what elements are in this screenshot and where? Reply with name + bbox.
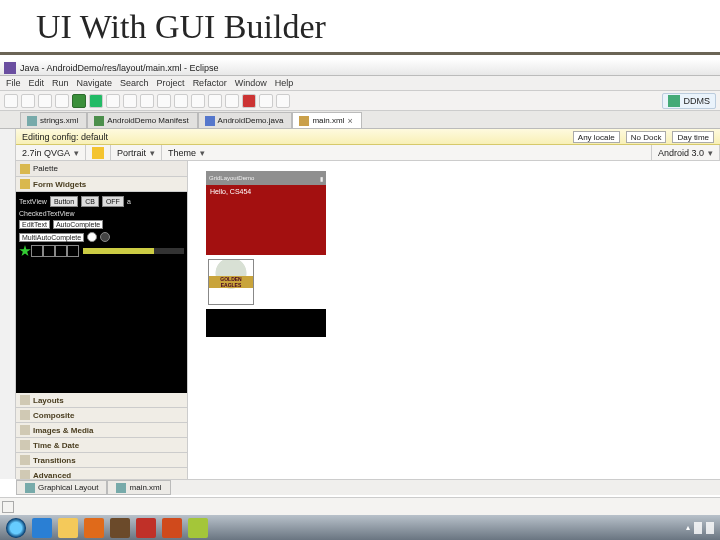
menu-file[interactable]: File [6,78,21,88]
autocomplete-widget[interactable]: AutoComplete [53,220,103,229]
api-dropdown[interactable]: Android 3.0 ▾ [652,145,720,160]
device-statusbar: GridLayoutDemo ▮ [206,171,326,185]
eclipse-statusbar [0,497,720,515]
tab-strings-xml[interactable]: strings.xml [20,112,87,128]
perspective-label: DDMS [684,96,711,106]
chevron-down-icon: ▾ [150,148,155,158]
shield-icon[interactable] [110,518,130,538]
logo-text: GOLDEN EAGLES [209,276,253,288]
device-dropdown[interactable]: 2.7in QVGA ▾ [16,145,86,160]
tab-source-xml[interactable]: main.xml [107,480,170,495]
tab-label: main.xml [312,116,344,125]
signal-icon: ▮ [320,175,323,182]
small-button-widget[interactable]: CB [81,196,99,207]
system-tray[interactable]: ▴ [686,522,714,534]
palette-title: Palette [33,164,58,173]
close-icon[interactable]: × [347,116,352,126]
debug-icon[interactable] [89,94,103,108]
checkedtextview-widget[interactable]: CheckedTextView [19,210,75,217]
android-sdk-icon[interactable] [259,94,273,108]
daytime-dropdown[interactable]: Day time [672,131,714,143]
orientation-dropdown[interactable]: Portrait ▾ [111,145,162,160]
save-icon[interactable] [21,94,35,108]
menubar: File Edit Run Navigate Search Project Re… [0,76,720,91]
menu-project[interactable]: Project [157,78,185,88]
ratingbar-widget[interactable] [19,245,184,257]
nav-back-icon[interactable] [208,94,222,108]
dock-dropdown[interactable]: No Dock [626,131,667,143]
menu-run[interactable]: Run [52,78,69,88]
device-preview[interactable]: GridLayoutDemo ▮ Hello, CS454 GOLDEN EAG… [206,171,326,337]
toolbar-left [4,94,290,108]
star-button[interactable] [86,145,111,160]
folder-open-icon [20,179,30,189]
start-button[interactable] [6,518,26,538]
button-widget[interactable]: Button [50,196,78,207]
run-icon[interactable] [72,94,86,108]
checkbox-widget[interactable]: a [127,198,131,205]
menu-window[interactable]: Window [235,78,267,88]
tray-network-icon[interactable] [706,522,714,534]
imageview[interactable]: GOLDEN EAGLES [206,255,326,309]
window-title: Java - AndroidDemo/res/layout/main.xml -… [20,63,219,73]
theme-label: Theme [168,148,196,158]
perspective-switcher[interactable]: DDMS [662,93,717,109]
drawer-layouts[interactable]: Layouts [16,393,187,408]
avd-icon[interactable] [276,94,290,108]
ie-icon[interactable] [32,518,52,538]
palette-icon [20,164,30,174]
powerpoint-icon[interactable] [162,518,182,538]
tab-manifest[interactable]: AndroidDemo Manifest [87,112,197,128]
tray-flag-icon[interactable] [694,522,702,534]
annotation-icon[interactable] [191,94,205,108]
tab-graphical-layout[interactable]: Graphical Layout [16,480,107,495]
toggle-widget[interactable]: OFF [102,196,124,207]
external-tools-icon[interactable] [106,94,120,108]
locale-dropdown[interactable]: Any locale [573,131,620,143]
app-name: GridLayoutDemo [209,175,254,181]
menu-edit[interactable]: Edit [29,78,45,88]
drawer-time-date[interactable]: Time & Date [16,438,187,453]
save-all-icon[interactable] [38,94,52,108]
layout-editor: Palette Form Widgets TextView Button CB … [16,161,720,483]
tray-up-icon[interactable]: ▴ [686,523,690,532]
menu-search[interactable]: Search [120,78,149,88]
menu-help[interactable]: Help [275,78,294,88]
edittext-widget[interactable]: EditText [19,220,50,229]
tab-java[interactable]: AndroidDemo.java [198,112,293,128]
manifest-icon [94,116,104,126]
tab-main-xml[interactable]: main.xml × [292,112,361,128]
stop-icon[interactable] [242,94,256,108]
radio-widget[interactable] [87,232,97,242]
textview-widget[interactable]: TextView [19,198,47,205]
drawer-form-widgets[interactable]: Form Widgets [16,177,187,192]
device-label: 2.7in QVGA [22,148,70,158]
folder-icon [20,440,30,450]
drawer-images-media[interactable]: Images & Media [16,423,187,438]
chevron-down-icon: ▾ [708,148,713,158]
android-icon[interactable] [188,518,208,538]
menu-refactor[interactable]: Refactor [193,78,227,88]
hello-textview[interactable]: Hello, CS454 [206,185,326,255]
theme-dropdown[interactable]: Theme ▾ [162,145,652,160]
layout-canvas[interactable]: GridLayoutDemo ▮ Hello, CS454 GOLDEN EAG… [188,161,720,483]
radio-widget[interactable] [100,232,110,242]
api-label: Android 3.0 [658,148,704,158]
editing-config-bar: Editing config: default Any locale No Do… [16,129,720,145]
drawer-transitions[interactable]: Transitions [16,453,187,468]
adobe-reader-icon[interactable] [136,518,156,538]
firefox-icon[interactable] [84,518,104,538]
new-package-icon[interactable] [123,94,137,108]
nav-fwd-icon[interactable] [225,94,239,108]
new-class-icon[interactable] [140,94,154,108]
drawer-composite[interactable]: Composite [16,408,187,423]
open-type-icon[interactable] [157,94,171,108]
multiautocomplete-widget[interactable]: MultiAutoComplete [19,233,84,242]
fast-view-icon[interactable] [2,501,14,513]
new-icon[interactable] [4,94,18,108]
menu-navigate[interactable]: Navigate [77,78,113,88]
search-icon[interactable] [174,94,188,108]
explorer-icon[interactable] [58,518,78,538]
seekbar-widget[interactable] [83,248,184,254]
print-icon[interactable] [55,94,69,108]
